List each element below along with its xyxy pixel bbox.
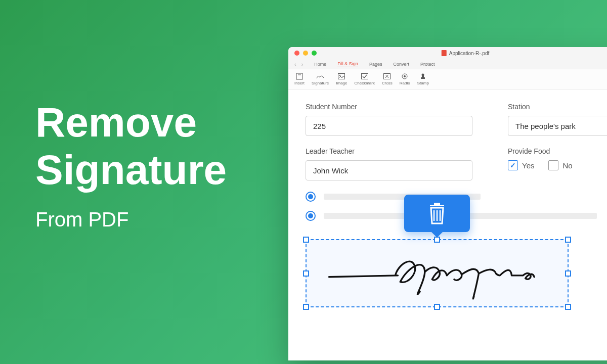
- resize-handle[interactable]: [434, 304, 440, 310]
- resize-handle[interactable]: [565, 304, 571, 310]
- signature-image[interactable]: [307, 240, 568, 306]
- checkbox-no[interactable]: [548, 160, 558, 170]
- tool-label: Radio: [400, 81, 410, 85]
- tool-label: Image: [336, 81, 347, 85]
- minimize-icon[interactable]: [303, 51, 308, 56]
- checkbox-yes[interactable]: [508, 160, 518, 170]
- tool-label: Cross: [382, 81, 393, 85]
- document-area: Student Number 225 Station The people's …: [288, 89, 607, 360]
- filename: Application-R-.pdf: [449, 51, 489, 56]
- svg-rect-4: [361, 74, 368, 79]
- insert-icon: [295, 73, 304, 80]
- signature-icon: [316, 73, 324, 80]
- tool-label: Checkmark: [355, 81, 375, 85]
- checkbox-no-item[interactable]: No: [548, 160, 572, 170]
- resize-handle[interactable]: [303, 237, 309, 243]
- radio-icon: [401, 73, 409, 80]
- input-station[interactable]: The people's park: [508, 116, 607, 136]
- resize-handle[interactable]: [565, 237, 571, 243]
- hero-text: Remove Signature From PDF: [35, 99, 227, 231]
- tool-stamp[interactable]: Stamp: [417, 73, 429, 85]
- pdf-icon: [442, 50, 447, 56]
- label-station: Station: [508, 103, 607, 111]
- checkmark-icon: [361, 73, 369, 80]
- tool-insert[interactable]: Insert: [294, 73, 305, 85]
- tool-signature[interactable]: Signature: [312, 73, 329, 85]
- traffic-lights: [294, 51, 317, 56]
- tab-home[interactable]: Home: [314, 62, 326, 67]
- checkbox-no-label: No: [562, 161, 572, 170]
- delete-signature-button[interactable]: [404, 195, 470, 232]
- tab-protect[interactable]: Protect: [420, 62, 435, 67]
- tool-label: Stamp: [417, 81, 429, 85]
- tool-image[interactable]: Image: [336, 73, 347, 85]
- tab-fill-sign[interactable]: Fill & Sign: [337, 61, 358, 67]
- svg-point-10: [422, 74, 424, 76]
- image-icon: [337, 73, 345, 80]
- back-icon[interactable]: ‹: [294, 61, 296, 67]
- label-provide-food: Provide Food: [508, 147, 607, 155]
- stamp-icon: [419, 73, 427, 80]
- resize-handle[interactable]: [303, 304, 309, 310]
- input-student-number[interactable]: 225: [306, 116, 472, 136]
- titlebar: Application-R-.pdf: [288, 47, 607, 59]
- input-leader-teacher[interactable]: John Wick: [306, 160, 472, 180]
- field-provide-food: Provide Food Yes No: [508, 147, 607, 180]
- field-station: Station The people's park: [508, 103, 607, 136]
- forward-icon[interactable]: ›: [301, 61, 304, 67]
- checkbox-yes-label: Yes: [522, 161, 534, 170]
- app-window: Application-R-.pdf ‹ › Home Fill & Sign …: [288, 47, 607, 360]
- tool-checkmark[interactable]: Checkmark: [355, 73, 375, 85]
- radio-button[interactable]: [306, 211, 316, 221]
- window-title: Application-R-.pdf: [442, 50, 489, 56]
- toolbar: Insert Signature Image Checkmark Cross: [288, 69, 607, 89]
- hero-subtitle: From PDF: [35, 208, 227, 231]
- resize-handle[interactable]: [565, 270, 571, 277]
- tab-pages[interactable]: Pages: [369, 62, 382, 67]
- field-student-number: Student Number 225: [306, 103, 472, 136]
- checkbox-yes-item[interactable]: Yes: [508, 160, 534, 170]
- tool-cross[interactable]: Cross: [382, 73, 393, 85]
- label-leader-teacher: Leader Teacher: [306, 147, 472, 155]
- maximize-icon[interactable]: [312, 51, 317, 56]
- tool-label: Signature: [312, 81, 329, 85]
- label-student-number: Student Number: [306, 103, 472, 111]
- tab-convert[interactable]: Convert: [393, 62, 409, 67]
- svg-rect-0: [296, 73, 302, 79]
- trash-icon: [427, 202, 447, 224]
- tool-label: Insert: [294, 81, 305, 85]
- svg-rect-11: [430, 205, 444, 206]
- svg-rect-12: [434, 203, 440, 205]
- hero-title-line1: Remove: [35, 99, 227, 146]
- field-leader-teacher: Leader Teacher John Wick: [306, 147, 472, 180]
- close-icon[interactable]: [294, 51, 299, 56]
- svg-point-9: [404, 75, 406, 77]
- hero-title: Remove Signature: [35, 99, 227, 194]
- svg-point-3: [339, 75, 340, 76]
- tool-radio[interactable]: Radio: [400, 73, 410, 85]
- hero-title-line2: Signature: [35, 146, 227, 194]
- resize-handle[interactable]: [303, 270, 309, 277]
- cross-icon: [383, 73, 391, 80]
- nav-arrows: ‹ ›: [294, 61, 303, 67]
- signature-selection[interactable]: [306, 239, 569, 307]
- radio-button[interactable]: [306, 192, 316, 202]
- resize-handle[interactable]: [434, 237, 440, 243]
- nav-tabs: ‹ › Home Fill & Sign Pages Convert Prote…: [288, 59, 607, 69]
